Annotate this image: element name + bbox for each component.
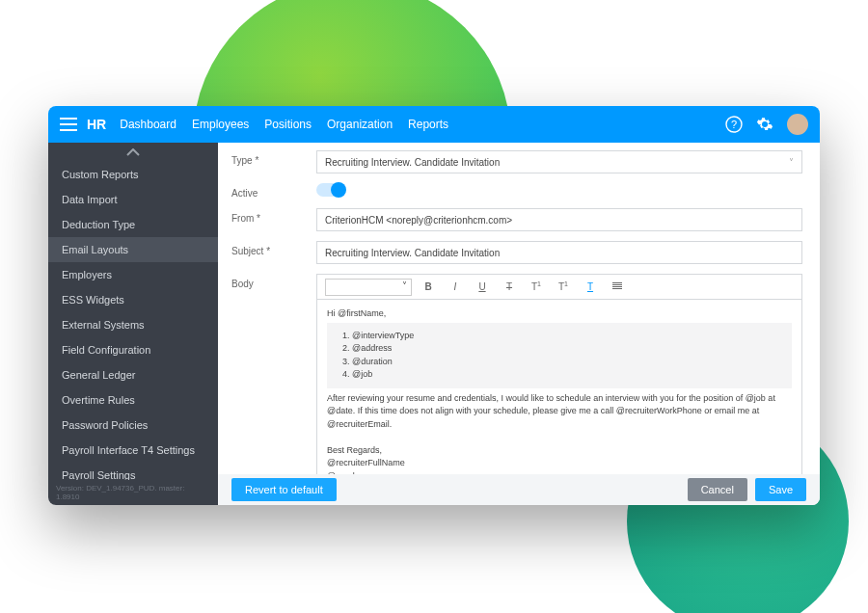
body-editor: B I U T T1 T1 T (316, 274, 802, 474)
label-from: From * (231, 208, 316, 224)
sidebar-item-data-import[interactable]: Data Import (48, 187, 218, 212)
gear-icon[interactable] (756, 116, 773, 133)
text-color-button[interactable]: T (580, 281, 601, 292)
nav-reports[interactable]: Reports (408, 118, 448, 131)
label-subject: Subject * (231, 241, 316, 256)
sidebar-item-payroll-t4[interactable]: Payroll Interface T4 Settings (48, 438, 218, 463)
sidebar-item-payroll-settings[interactable]: Payroll Settings (48, 463, 218, 480)
sidebar-item-email-layouts[interactable]: Email Layouts (48, 237, 218, 262)
nav-employees[interactable]: Employees (192, 118, 249, 131)
sidebar-collapse-icon[interactable] (48, 143, 218, 162)
label-type: Type * (231, 150, 316, 166)
font-select[interactable] (325, 279, 412, 296)
active-toggle[interactable] (316, 183, 345, 197)
subscript-button[interactable]: T1 (553, 280, 574, 292)
editor-toolbar: B I U T T1 T1 T (317, 275, 801, 300)
nav-dashboard[interactable]: Dashboard (120, 118, 176, 131)
sidebar-item-password-pol[interactable]: Password Policies (48, 413, 218, 438)
underline-button[interactable]: U (472, 281, 493, 292)
align-button[interactable] (607, 281, 628, 292)
sidebar-item-general-ledger[interactable]: General Ledger (48, 362, 218, 387)
header-nav: Dashboard Employees Positions Organizati… (120, 118, 448, 131)
save-button[interactable]: Save (755, 478, 806, 501)
sidebar-item-deduction-type[interactable]: Deduction Type (48, 212, 218, 237)
nav-organization[interactable]: Organization (327, 118, 393, 131)
svg-text:?: ? (731, 119, 737, 130)
sidebar-item-field-config[interactable]: Field Configuration (48, 337, 218, 362)
bold-button[interactable]: B (418, 281, 439, 292)
help-icon[interactable]: ? (725, 116, 743, 133)
body-var-1: @interviewType (352, 330, 786, 343)
sidebar-item-custom-reports[interactable]: Custom Reports (48, 162, 218, 187)
avatar[interactable] (787, 114, 808, 135)
body-var-4: @job (352, 368, 786, 382)
from-input[interactable] (316, 208, 802, 231)
main-panel: Type * Recruiting Interview. Candidate I… (218, 143, 820, 505)
body-vars-block: @interviewType @address @duration @job (327, 323, 792, 388)
subject-input[interactable] (316, 241, 802, 264)
sidebar: Custom Reports Data Import Deduction Typ… (48, 143, 218, 505)
hamburger-icon[interactable] (60, 118, 77, 131)
revert-button[interactable]: Revert to default (231, 478, 337, 501)
sidebar-item-external-systems[interactable]: External Systems (48, 312, 218, 337)
cancel-button[interactable]: Cancel (688, 478, 747, 501)
strike-button[interactable]: T (499, 281, 520, 292)
body-signoff-1: Best Regards, (327, 444, 792, 458)
nav-positions[interactable]: Positions (264, 118, 312, 131)
type-select[interactable]: Recruiting Interview. Candidate Invitati… (316, 150, 802, 173)
brand: HR (87, 117, 106, 132)
header-bar: HR Dashboard Employees Positions Organiz… (48, 106, 820, 143)
label-body: Body (231, 274, 316, 289)
superscript-button[interactable]: T1 (526, 280, 547, 292)
sidebar-item-overtime-rules[interactable]: Overtime Rules (48, 387, 218, 413)
body-var-3: @duration (352, 356, 786, 369)
body-greeting: Hi @firstName, (327, 307, 792, 321)
body-var-2: @address (352, 342, 786, 356)
app-window: HR Dashboard Employees Positions Organiz… (48, 106, 820, 505)
body-signoff-2: @recruiterFullName (327, 457, 792, 470)
sidebar-list: Custom Reports Data Import Deduction Typ… (48, 162, 218, 480)
label-active: Active (231, 183, 316, 199)
body-paragraph: After reviewing your resume and credenti… (327, 392, 792, 432)
chevron-down-icon: ˅ (789, 157, 794, 168)
editor-body[interactable]: Hi @firstName, @interviewType @address @… (317, 300, 801, 474)
version-text: Version: DEV_1.94736_PUD. master: 1.8910 (48, 480, 218, 505)
italic-button[interactable]: I (445, 281, 466, 292)
sidebar-item-ess-widgets[interactable]: ESS Widgets (48, 287, 218, 312)
type-value: Recruiting Interview. Candidate Invitati… (325, 157, 500, 168)
sidebar-item-employers[interactable]: Employers (48, 262, 218, 287)
action-bar: Revert to default Cancel Save (218, 474, 820, 505)
